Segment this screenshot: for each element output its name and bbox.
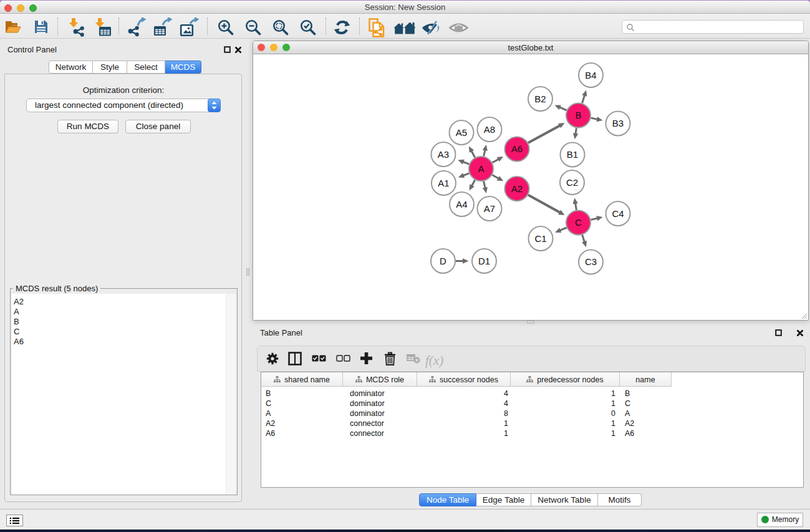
svg-text:A5: A5 bbox=[456, 127, 467, 138]
svg-text:A3: A3 bbox=[438, 149, 449, 160]
svg-text:C1: C1 bbox=[534, 233, 546, 244]
svg-text:A8: A8 bbox=[484, 124, 495, 135]
svg-text:C2: C2 bbox=[566, 177, 578, 188]
svg-text:A7: A7 bbox=[484, 203, 495, 214]
svg-text:B: B bbox=[575, 110, 581, 120]
svg-text:B3: B3 bbox=[612, 118, 624, 128]
svg-text:A1: A1 bbox=[438, 178, 449, 188]
svg-text:B4: B4 bbox=[585, 70, 596, 80]
svg-text:D: D bbox=[440, 256, 446, 266]
svg-text:C: C bbox=[575, 217, 582, 228]
svg-text:C3: C3 bbox=[585, 256, 597, 267]
svg-text:D1: D1 bbox=[478, 256, 490, 266]
svg-text:A2: A2 bbox=[511, 183, 523, 194]
svg-text:B1: B1 bbox=[567, 149, 578, 160]
svg-text:C4: C4 bbox=[612, 208, 624, 219]
svg-text:A: A bbox=[478, 163, 484, 174]
svg-text:A6: A6 bbox=[511, 143, 523, 154]
svg-text:B2: B2 bbox=[534, 94, 546, 104]
svg-text:A4: A4 bbox=[456, 199, 467, 210]
